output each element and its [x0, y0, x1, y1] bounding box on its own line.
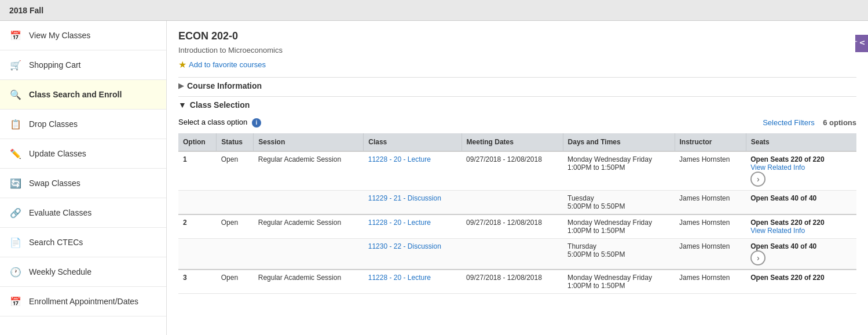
sidebar-item-shopping-cart[interactable]: 🛒Shopping Cart [0, 50, 166, 80]
col-header-days-and-times: Days and Times [563, 133, 675, 151]
sidebar-label-view-classes: View My Classes [29, 31, 90, 40]
sidebar-item-view-classes[interactable]: 📅View My Classes [0, 21, 166, 50]
meeting-dates: 09/27/2018 - 12/08/2018 [462, 270, 563, 294]
table-row: 2OpenRegular Academic Session11228 - 20 … [178, 214, 856, 239]
session [254, 238, 364, 270]
open-seats: Open Seats 40 of 40 [750, 194, 852, 202]
seats-cell: Open Seats 220 of 220 [746, 270, 856, 294]
table-row: 1OpenRegular Academic Session11228 - 20 … [178, 151, 856, 191]
swap-classes-icon: 🔄 [9, 177, 22, 190]
page-title: 2018 Fall [9, 6, 43, 15]
days-times: Monday Wednesday Friday1:00PM to 1:50PM [563, 151, 675, 191]
sidebar-label-enrollment-appointment: Enrollment Appointment/Dates [29, 297, 138, 306]
table-row: 11230 - 22 - DiscussionThursday5:00PM to… [178, 238, 856, 270]
class-link-anchor[interactable]: 11229 - 21 - Discussion [368, 194, 441, 202]
view-classes-icon: 📅 [9, 29, 22, 42]
select-option-row: Select a class option i Selected Filters… [178, 118, 856, 128]
class-link-anchor[interactable]: 11228 - 20 - Lecture [368, 219, 431, 227]
sidebar-label-update-classes: Update Classes [29, 149, 86, 158]
sidebar-item-class-search[interactable]: 🔍Class Search and Enroll [0, 80, 166, 110]
favorite-link-text[interactable]: Add to favorite courses [189, 60, 266, 69]
open-seats: Open Seats 40 of 40 [750, 242, 852, 250]
sidebar-item-evaluate-classes[interactable]: 🔗Evaluate Classes [0, 198, 166, 228]
sidebar-item-enrollment-appointment[interactable]: 📅Enrollment Appointment/Dates [0, 287, 166, 316]
drop-classes-icon: 📋 [9, 118, 22, 130]
days-times: Monday Wednesday Friday1:00PM to 1:50PM [563, 214, 675, 239]
weekly-schedule-icon: 🕐 [9, 265, 22, 278]
chevron-button[interactable]: › [750, 250, 766, 265]
status: Open [217, 151, 254, 191]
info-icon[interactable]: i [252, 118, 261, 128]
days-times: Tuesday5:00PM to 5:50PM [563, 190, 675, 214]
col-header-meeting-dates: Meeting Dates [462, 133, 563, 151]
class-selection-arrow: ▼ [178, 100, 186, 110]
option-number: 2 [178, 214, 217, 239]
update-classes-icon: ✏️ [9, 147, 22, 160]
class-link[interactable]: 11228 - 20 - Lecture [364, 151, 462, 191]
class-link[interactable]: 11229 - 21 - Discussion [364, 190, 462, 214]
sidebar-item-update-classes[interactable]: ✏️Update Classes [0, 139, 166, 169]
table-header: OptionStatusSessionClassMeeting DatesDay… [178, 133, 856, 151]
open-seats: Open Seats 220 of 220 [750, 155, 852, 163]
session: Regular Academic Session [254, 270, 364, 294]
meeting-dates [462, 190, 563, 214]
class-link[interactable]: 11228 - 20 - Lecture [364, 270, 462, 294]
table-row: 11229 - 21 - DiscussionTuesday5:00PM to … [178, 190, 856, 214]
instructor: James Hornsten [675, 270, 746, 294]
sidebar-item-swap-classes[interactable]: 🔄Swap Classes [0, 169, 166, 198]
session [254, 190, 364, 214]
seats-cell: Open Seats 40 of 40› [746, 238, 856, 270]
days-times: Monday Wednesday Friday1:00PM to 1:50PM [563, 270, 675, 294]
class-search-icon: 🔍 [9, 88, 22, 101]
instructor: James Hornsten [675, 238, 746, 270]
option-number [178, 238, 217, 270]
main-layout: 📅View My Classes🛒Shopping Cart🔍Class Sea… [0, 21, 868, 335]
options-count: 6 options [823, 118, 856, 127]
class-selection-section[interactable]: ▼ Class Selection [178, 96, 856, 113]
class-selection-label: Class Selection [190, 100, 250, 110]
select-option-label: Select a class option [178, 118, 247, 126]
shopping-cart-icon: 🛒 [9, 59, 22, 71]
view-ctecs-tab[interactable]: ViewCTECs [855, 35, 868, 52]
status [217, 190, 254, 214]
page-header: 2018 Fall [0, 0, 868, 21]
seats-cell: Open Seats 220 of 220View Related Info [746, 214, 856, 239]
class-link-anchor[interactable]: 11230 - 22 - Discussion [368, 242, 441, 250]
course-info-section[interactable]: ▶ Course Information [178, 77, 856, 94]
favorite-link[interactable]: ★ Add to favorite courses [178, 59, 856, 70]
col-header-option: Option [178, 133, 217, 151]
col-header-instructor: Instructor [675, 133, 746, 151]
class-link-anchor[interactable]: 11228 - 20 - Lecture [368, 155, 431, 163]
instructor: James Hornsten [675, 151, 746, 191]
view-related-link[interactable]: View Related Info [750, 163, 852, 172]
filter-info: Selected Filters 6 options [763, 118, 856, 127]
option-number [178, 190, 217, 214]
evaluate-classes-icon: 🔗 [9, 206, 22, 219]
sidebar-item-weekly-schedule[interactable]: 🕐Weekly Schedule [0, 257, 166, 287]
sidebar-item-search-ctecs[interactable]: 📄Search CTECs [0, 228, 166, 257]
class-link-anchor[interactable]: 11228 - 20 - Lecture [368, 274, 431, 282]
class-options-table: OptionStatusSessionClassMeeting DatesDay… [178, 133, 856, 294]
sidebar-item-drop-classes[interactable]: 📋Drop Classes [0, 110, 166, 139]
table-body: 1OpenRegular Academic Session11228 - 20 … [178, 151, 856, 294]
instructor: James Hornsten [675, 214, 746, 239]
days-times: Thursday5:00PM to 5:50PM [563, 238, 675, 270]
seats-cell: Open Seats 40 of 40 [746, 190, 856, 214]
search-ctecs-icon: 📄 [9, 236, 22, 249]
meeting-dates [462, 238, 563, 270]
instructor: James Hornsten [675, 190, 746, 214]
course-code: ECON 202-0 [178, 30, 856, 42]
option-number: 1 [178, 151, 217, 191]
table-header-row: OptionStatusSessionClassMeeting DatesDay… [178, 133, 856, 151]
view-related-link[interactable]: View Related Info [750, 227, 852, 235]
open-seats: Open Seats 220 of 220 [750, 219, 852, 227]
course-info-arrow: ▶ [178, 82, 184, 90]
chevron-button[interactable]: › [750, 172, 766, 187]
course-info-label: Course Information [187, 81, 262, 90]
class-link[interactable]: 11228 - 20 - Lecture [364, 214, 462, 239]
meeting-dates: 09/27/2018 - 12/08/2018 [462, 214, 563, 239]
sidebar-label-weekly-schedule: Weekly Schedule [29, 267, 91, 276]
selected-filters-label[interactable]: Selected Filters [763, 118, 815, 127]
class-link[interactable]: 11230 - 22 - Discussion [364, 238, 462, 270]
table-row: 3OpenRegular Academic Session11228 - 20 … [178, 270, 856, 294]
